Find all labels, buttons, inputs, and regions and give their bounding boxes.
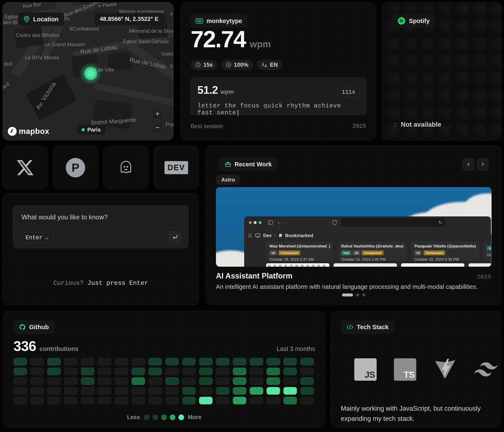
github-title: Github <box>29 324 49 331</box>
marker-core <box>87 70 94 77</box>
contribution-cell <box>47 397 61 404</box>
legend-dot <box>144 414 150 420</box>
contribution-cell <box>250 368 263 375</box>
coordinates-badge: 48.8566° N, 2.3522° E <box>94 13 164 25</box>
session-typed-text: letter the focus quick rhythm achieve fa… <box>197 103 359 116</box>
bookmark-thumbnails <box>266 263 491 267</box>
reload-icon: ↻ <box>438 220 442 225</box>
bookmark-tag: Component <box>362 250 384 255</box>
contribution-cell <box>199 368 213 375</box>
contribution-cell <box>216 397 229 404</box>
contribution-cell <box>81 377 94 385</box>
typing-caret: | <box>236 109 240 116</box>
shield-icon <box>332 220 337 225</box>
social-link-dev[interactable]: DEV <box>154 146 199 189</box>
carousel-dot[interactable] <box>356 293 359 296</box>
contribution-cell <box>216 358 229 366</box>
breadcrumb-page: Bookmarked <box>285 233 313 238</box>
contribution-cell <box>132 368 145 375</box>
contribution-cell <box>199 387 213 395</box>
contribution-cell <box>115 368 128 375</box>
question-input-box[interactable]: Enter ↵ <box>13 206 189 248</box>
monkeytype-card: monkeytype 72.74 wpm 15s 100% ẋA EN 51.2 <box>180 2 376 141</box>
contribution-cell <box>13 377 27 385</box>
project-title: AI Assistant Platform <box>216 272 292 280</box>
contribution-cell <box>64 358 78 366</box>
minus-icon: − <box>155 123 160 132</box>
breadcrumb-separator: / <box>275 233 276 238</box>
submit-question-button[interactable] <box>169 231 181 243</box>
contribution-cell <box>165 358 179 366</box>
legend-dot <box>178 414 184 420</box>
plus-icon: + <box>155 110 160 118</box>
map-place-label: Le BHV Marais <box>25 55 59 61</box>
contribution-cell <box>300 387 314 395</box>
contribution-cell <box>13 358 27 366</box>
bookmark-tag: Component <box>279 250 300 255</box>
map-card[interactable]: Rue Bare PavéeRue des ÉcouffesMaison eur… <box>2 2 173 141</box>
contribution-cell <box>250 397 263 404</box>
social-link-x[interactable] <box>2 146 48 189</box>
spotify-title: Spotify <box>409 18 430 25</box>
monkeytype-footer: Best session 2025 <box>191 123 366 130</box>
briefcase-icon <box>225 161 231 168</box>
contribution-cell <box>148 387 162 395</box>
bookmark-card: Pasquale Vitiello (@pacovitiello)UICompo… <box>411 241 479 261</box>
divider <box>21 228 180 228</box>
map-place-label: Église <box>4 14 18 20</box>
map-street <box>126 42 173 98</box>
bookmark-tag: Vue <box>487 246 491 251</box>
bookmark-tag: Vue <box>341 250 351 255</box>
accuracy-badge: 100% <box>221 60 253 70</box>
bookmark-date: October 15, 2024 5:35 PM <box>414 257 476 261</box>
contribution-cell <box>182 358 196 366</box>
contribution-cell <box>81 397 94 404</box>
music-note-icon: ♫ <box>392 121 397 128</box>
contribution-cell <box>300 358 314 366</box>
contribution-cell <box>148 377 162 385</box>
vite-icon <box>433 358 457 381</box>
contribution-cell <box>64 387 78 395</box>
traffic-light-minimize <box>254 221 257 224</box>
map-place-label: Mémorial de la Shoah <box>129 28 173 34</box>
bookmark-tag: UI <box>353 250 360 255</box>
ask-hint: Curious? Just press Enter <box>3 280 199 287</box>
social-link-producthunt[interactable]: P <box>53 146 98 189</box>
map-zoom-out-button[interactable]: − <box>153 122 162 133</box>
location-label: Location <box>33 16 59 23</box>
map-place-label: 9Confidentiel <box>69 26 99 32</box>
contribution-cell <box>13 387 27 395</box>
tech-icons-row: JS TS <box>354 358 498 381</box>
project-title-row: AI Assistant Platform 2025 <box>216 272 491 280</box>
contribution-cell <box>64 397 78 404</box>
typed-words: letter the focus quick rhythm achieve fa… <box>197 103 341 116</box>
contribution-cell <box>233 387 246 395</box>
legend-dot <box>153 414 158 420</box>
carousel-dot[interactable] <box>342 293 353 296</box>
contribution-cell <box>233 368 246 375</box>
map-zoom-in-button[interactable]: + <box>153 108 162 119</box>
carousel-dot[interactable] <box>362 293 365 296</box>
monitor-icon <box>255 234 260 238</box>
question-input[interactable] <box>21 212 180 223</box>
project-screenshot[interactable]: ‹ › ↻ ☰ Dev / Bookmarked <box>216 187 492 267</box>
map-place-label: des-Bl <box>3 20 18 26</box>
chevron-right-icon: › <box>481 160 484 168</box>
contribution-cell <box>98 397 111 404</box>
tech-stack-title: Tech Stack <box>357 324 389 331</box>
now-playing-status: ♫ Not available <box>392 121 441 128</box>
mapbox-attribution[interactable]: mapbox <box>7 126 49 136</box>
duration-label: 15s <box>203 62 213 68</box>
bookmark-tags: UIComponent <box>270 250 330 255</box>
carousel-prev-button[interactable]: ‹ <box>462 158 474 171</box>
best-session-box: 51.2 wpm 111s letter the focus quick rhy… <box>190 77 367 115</box>
coordinates-value: 48.8566° N, 2.3522° E <box>100 16 159 22</box>
carousel-next-button[interactable]: › <box>477 158 489 171</box>
bookmark-date: October 18, 2024 2:37 AM <box>270 257 330 261</box>
contribution-cell <box>81 358 94 366</box>
github-card: Github 336 contributions Last 3 months L… <box>3 311 325 428</box>
contribution-cell <box>182 397 196 404</box>
enter-key-button[interactable]: Enter ↵ <box>21 232 53 243</box>
contribution-cell <box>98 377 111 385</box>
social-link-ghost[interactable] <box>103 146 148 189</box>
